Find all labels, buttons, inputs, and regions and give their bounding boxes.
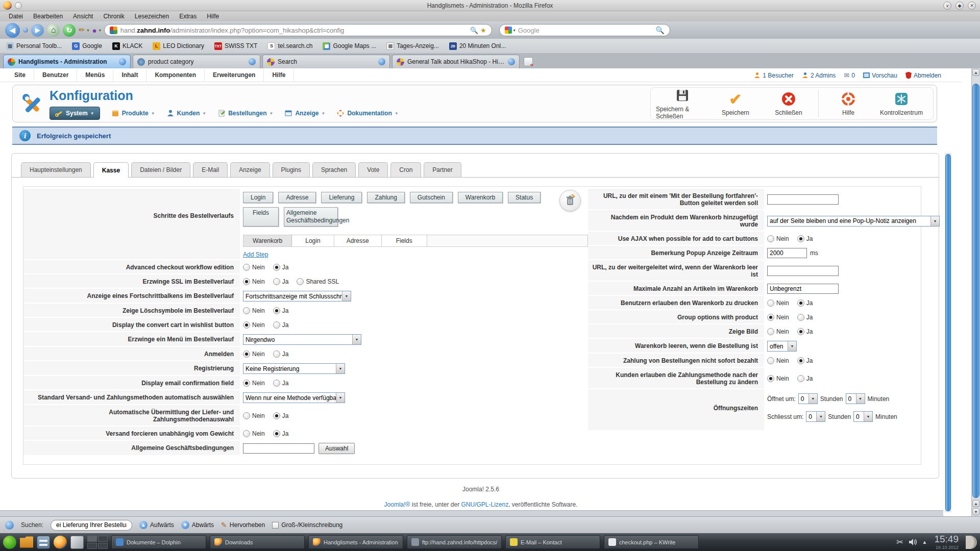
scrollbar-thumb[interactable]: [972, 84, 979, 498]
jmenu-site[interactable]: Site: [6, 69, 34, 81]
scrollbar-thumb[interactable]: [945, 154, 951, 511]
subtab-fields[interactable]: Fields: [382, 235, 427, 246]
back-button[interactable]: ◀: [5, 23, 20, 38]
task-kwrite[interactable]: checkout.php – KWrite: [604, 535, 699, 549]
shade-window-button[interactable]: ∨: [943, 2, 951, 10]
subtab-adresse[interactable]: Adresse: [334, 235, 382, 246]
radio-ja[interactable]: [797, 235, 804, 242]
agb-file-input[interactable]: [243, 443, 314, 454]
tab-close-icon[interactable]: [508, 58, 515, 65]
maximize-button[interactable]: ◆: [955, 2, 964, 10]
browser-tab[interactable]: product category: [133, 55, 260, 68]
radio-nein[interactable]: [767, 314, 774, 321]
find-previous-button[interactable]: ▲Aufwärts: [139, 521, 174, 529]
task-firefox-admin[interactable]: Handglismets - Administration - Mozil: [308, 535, 403, 549]
chevron-down-icon[interactable]: ▾: [513, 28, 516, 33]
google-search-engine-icon[interactable]: [505, 27, 512, 34]
step-button-login[interactable]: Login: [243, 192, 273, 203]
close-hour-select[interactable]: 0▼: [806, 411, 825, 422]
radio-nein[interactable]: [243, 380, 250, 387]
tab-haupteinstellungen[interactable]: Haupteinstellungen: [21, 162, 91, 177]
folder-launcher-icon[interactable]: [20, 536, 33, 549]
plasma-cashew-icon[interactable]: [966, 536, 977, 549]
jmenu-benutzer[interactable]: Benutzer: [34, 69, 77, 81]
open-hour-select[interactable]: 0▼: [798, 393, 818, 404]
auto-select-methods-select[interactable]: Wenn nur eine Methode verfügbar ist▼: [243, 392, 345, 403]
save-button[interactable]: ✔ Speichern: [709, 91, 762, 116]
browser-tab[interactable]: General Talk about HikaShop - HikaShop: [392, 55, 520, 68]
hikashop-menu-bestellungen[interactable]: Bestellungen▼: [217, 109, 273, 117]
control-panel-button[interactable]: Kontrollzentrum: [875, 91, 928, 116]
klipper-icon[interactable]: ✂: [896, 537, 903, 547]
bookmark-item[interactable]: GGoogle: [72, 42, 102, 50]
bookmark-item[interactable]: TXTSWISS TXT: [214, 42, 257, 50]
agb-select-button[interactable]: Auswahl: [318, 443, 355, 454]
radio-ja[interactable]: [797, 375, 804, 382]
menu-hilfe[interactable]: Hilfe: [202, 12, 224, 21]
highlight-all-button[interactable]: ✎Hervorheben: [221, 521, 265, 529]
radio-nein[interactable]: [243, 412, 250, 419]
search-icon[interactable]: 🔍: [655, 26, 664, 34]
tab-close-icon[interactable]: [119, 58, 126, 65]
radio-ja[interactable]: [273, 380, 280, 387]
close-minute-select[interactable]: 0▼: [853, 411, 873, 422]
radio-nein[interactable]: [767, 328, 774, 335]
task-konqueror-ftp[interactable]: ftp://hand.zahnd.info/httpdocs/ – Kon: [407, 535, 502, 549]
search-box[interactable]: ▾ Google 🔍: [499, 24, 670, 36]
empty-cart-url-input[interactable]: [767, 266, 839, 276]
jmenu-hilfe[interactable]: Hilfe: [264, 69, 294, 81]
hikashop-menu-kunden[interactable]: Kunden▼: [166, 109, 207, 117]
history-dropdown-icon[interactable]: [23, 28, 28, 33]
save-close-button[interactable]: Speichern & Schließen: [656, 87, 709, 120]
radio-nein[interactable]: [767, 375, 774, 382]
find-next-button[interactable]: ▼Abwärts: [181, 521, 214, 529]
open-in-new-tab-icon[interactable]: [524, 57, 533, 66]
radio-nein[interactable]: [767, 357, 774, 364]
messages-link[interactable]: ✉ 0: [844, 71, 855, 79]
find-input[interactable]: [51, 520, 132, 531]
close-button[interactable]: Schließen: [762, 91, 815, 116]
radio-nein[interactable]: [243, 278, 250, 285]
radio-nein[interactable]: [243, 350, 250, 358]
radio-shared-ssl[interactable]: [297, 278, 304, 285]
tab-email[interactable]: E-Mail: [193, 162, 228, 177]
volume-icon[interactable]: [909, 538, 917, 546]
tab-anzeige[interactable]: Anzeige: [230, 162, 270, 177]
show-desktop-icon[interactable]: [70, 536, 84, 549]
task-kontact[interactable]: E-Mail – Kontact: [505, 535, 600, 549]
iframe-scrollbar[interactable]: [945, 153, 951, 512]
tab-close-icon[interactable]: [378, 58, 385, 65]
step-button-fields[interactable]: Fields: [243, 207, 279, 227]
logout-link[interactable]: Abmelden: [905, 72, 941, 79]
subtab-warenkorb[interactable]: Warenkorb: [243, 235, 292, 246]
firefox-launcher-icon[interactable]: [54, 536, 67, 549]
jmenu-komponenten[interactable]: Komponenten: [146, 69, 205, 81]
radio-nein[interactable]: [243, 307, 250, 314]
hikashop-menu-anzeige[interactable]: Anzeige▼: [284, 109, 325, 117]
step-button-adresse[interactable]: Adresse: [278, 192, 316, 203]
hikashop-menu-produkte[interactable]: Produkte▼: [111, 109, 155, 117]
url-text[interactable]: hand.zahnd.info/administrator/index.php?…: [120, 27, 467, 34]
radio-nein[interactable]: [243, 264, 250, 271]
step-button-zahlung[interactable]: Zahlung: [367, 192, 404, 203]
step-button-lieferung[interactable]: Lieferung: [321, 192, 362, 203]
app-launcher-icon[interactable]: [3, 536, 16, 549]
radio-ja[interactable]: [797, 299, 804, 307]
step-button-warenkorb[interactable]: Warenkorb: [458, 192, 503, 203]
window-scrollbar[interactable]: ▲ ▲ ▼: [971, 68, 980, 516]
progressbar-select[interactable]: Fortschrittsanzeige mit Schlussschritt▼: [243, 291, 351, 302]
tab-dateien-bilder[interactable]: Dateien / Bilder: [131, 162, 190, 177]
match-case-checkbox[interactable]: Groß-/Kleinschreibung: [272, 521, 342, 529]
continue-url-input[interactable]: [767, 194, 839, 205]
after-add-to-cart-select[interactable]: auf der Seite bleiben und eine Pop-Up-No…: [767, 216, 940, 227]
browser-tab-active[interactable]: Handglismets - Administration: [3, 55, 131, 68]
registration-select[interactable]: Keine Registrierung▼: [243, 363, 345, 374]
radio-ja[interactable]: [797, 357, 804, 364]
menu-bearbeiten[interactable]: Bearbeiten: [29, 12, 67, 21]
step-button-status[interactable]: Status: [508, 192, 541, 203]
tab-partner[interactable]: Partner: [424, 162, 461, 177]
jmenu-inhalt[interactable]: Inhalt: [113, 69, 146, 81]
preview-link[interactable]: Vorschau: [863, 72, 897, 79]
delete-step-dropzone[interactable]: [559, 190, 581, 211]
gpl-license-link[interactable]: GNU/GPL-Lizenz: [461, 501, 509, 508]
